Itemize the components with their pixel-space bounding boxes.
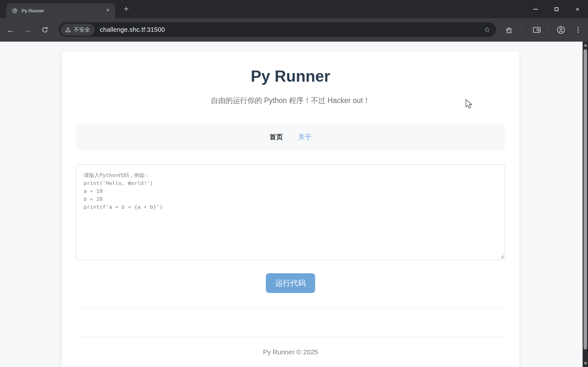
url-text[interactable]: challenge.shc.tf:31500 [100,26,484,33]
side-panel-search-icon [533,26,541,34]
scrollbar-up-icon[interactable] [584,44,587,46]
profile-avatar-icon [557,26,565,34]
content-card: Py Runner 自由的运行你的 Python 程序！不过 Hacker ou… [62,51,519,367]
minimize-button[interactable] [525,0,546,18]
back-button[interactable]: ← [5,18,16,42]
security-chip-label: 不安全 [74,26,90,33]
window-controls: × [525,0,588,18]
code-input[interactable] [76,164,505,260]
globe-favicon-icon [11,8,18,14]
scrollbar-thumb[interactable] [584,49,587,350]
maximize-button[interactable] [546,0,567,18]
minimize-icon [533,9,538,10]
output-area [76,308,505,336]
forward-button[interactable]: → [22,18,33,42]
reload-icon [41,26,49,34]
code-editor-wrap [76,164,505,260]
page-footer: Py Runner © 2025 [76,348,505,356]
page-scrollbar[interactable] [583,42,588,367]
nav-link-about[interactable]: 关于 [298,133,312,141]
side-panel-button[interactable] [531,18,543,42]
site-nav: 首页 关于 [76,123,505,151]
maximize-icon [555,7,558,11]
tab-close-icon[interactable]: × [104,7,111,14]
profile-button[interactable] [555,18,567,42]
toolbar-separator [548,18,548,42]
browser-tab[interactable]: Py Runner × [6,3,115,18]
browser-menu-button[interactable] [573,18,583,42]
browser-toolbar: ← → 不安全 challenge.shc.tf:31500 ☆ [0,18,588,42]
close-icon: × [576,6,579,12]
run-code-button[interactable]: 运行代码 [266,273,315,293]
toolbar-separator [522,18,522,42]
new-tab-button[interactable]: + [121,4,131,13]
nav-link-home[interactable]: 首页 [270,133,283,141]
divider [76,336,505,337]
reload-button[interactable] [39,18,51,42]
page-viewport: Py Runner 自由的运行你的 Python 程序！不过 Hacker ou… [0,42,583,367]
extensions-icon [505,26,513,34]
close-button[interactable]: × [567,0,588,18]
extensions-button[interactable] [503,18,515,42]
security-chip[interactable]: 不安全 [60,24,95,36]
warning-icon [65,27,71,32]
browser-titlebar: Py Runner × + × [0,0,588,18]
resize-grip-icon[interactable] [500,254,504,259]
page-title: Py Runner [76,67,505,86]
page-subtitle: 自由的运行你的 Python 程序！不过 Hacker out！ [76,95,505,105]
kebab-menu-icon [578,27,579,33]
bookmark-star-icon[interactable]: ☆ [484,25,490,34]
browser-window: Py Runner × + × ← → 不安全 [0,0,588,367]
scrollbar-down-icon[interactable] [584,362,587,365]
address-bar[interactable]: 不安全 challenge.shc.tf:31500 ☆ [59,22,496,37]
tab-title: Py Runner [22,8,104,13]
